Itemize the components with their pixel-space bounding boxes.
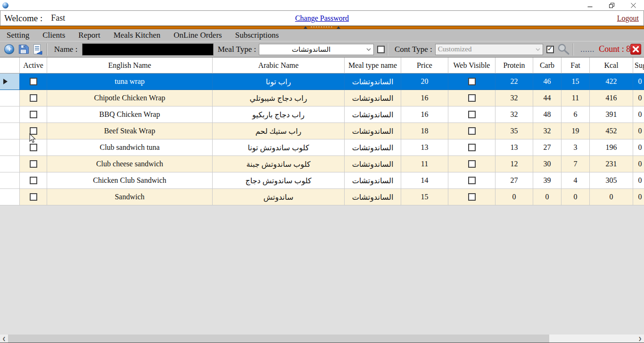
row-header-cell[interactable] [0, 189, 20, 205]
cell-kcal[interactable]: 231 [590, 156, 633, 172]
cell-active[interactable] [20, 106, 47, 123]
active-checkbox[interactable] [30, 177, 37, 184]
cell-kcal[interactable]: 305 [590, 172, 633, 189]
menu-item-setting[interactable]: Setting [0, 29, 36, 41]
search-button[interactable] [557, 42, 571, 57]
cell-fat[interactable]: 6 [561, 106, 590, 123]
cell-english[interactable]: BBQ Chicken Wrap [47, 106, 213, 123]
web-visible-checkbox[interactable] [468, 111, 476, 118]
cell-meal-type[interactable]: الساندوتشات [345, 189, 401, 205]
cell-arabic[interactable]: راب ستيك لحم [213, 123, 345, 139]
save-button[interactable] [17, 42, 31, 57]
column-header-active[interactable]: Active [20, 57, 47, 74]
cell-web-visible[interactable] [448, 74, 495, 90]
cell-price[interactable]: 11 [401, 156, 448, 172]
active-checkbox[interactable] [30, 111, 37, 118]
cell-meal-type[interactable]: الساندوتشات [345, 156, 401, 172]
cell-web-visible[interactable] [448, 90, 495, 106]
cell-web-visible[interactable] [448, 106, 495, 123]
table-row[interactable]: BBQ Chicken Wrapراب دجاج باربكيوالساندوت… [0, 106, 644, 123]
table-row[interactable]: Club cheese sandwichكلوب ساندوتش جبنةالس… [0, 156, 644, 172]
cell-web-visible[interactable] [448, 189, 495, 205]
cell-active[interactable] [20, 90, 47, 106]
cell-active[interactable] [20, 172, 47, 189]
column-header-protein[interactable]: Protein [495, 57, 533, 74]
cell-price[interactable]: 20 [401, 74, 448, 90]
column-header-english-name[interactable]: English Name [47, 57, 213, 74]
cell-price[interactable]: 16 [401, 90, 448, 106]
minimize-button[interactable] [579, 0, 601, 10]
cell-carb[interactable]: 27 [533, 139, 561, 156]
table-row[interactable]: tuna wrapراب توناالساندوتشات202246154220 [0, 74, 644, 90]
cell-meal-type[interactable]: الساندوتشات [345, 172, 401, 189]
cell-sug[interactable]: 0 [633, 172, 644, 189]
clear-filter-button[interactable] [630, 44, 641, 55]
table-row[interactable]: Chicken Club Sandwichكلوب ساندوتش دجاجال… [0, 172, 644, 189]
cell-fat[interactable]: 19 [561, 123, 590, 139]
scrollbar-thumb[interactable] [8, 335, 549, 343]
menu-item-clients[interactable]: Clients [36, 29, 72, 41]
cell-sug[interactable]: 0 [633, 90, 644, 106]
active-checkbox[interactable] [30, 127, 37, 135]
cell-kcal[interactable]: 416 [590, 90, 633, 106]
cell-english[interactable]: Club sandwich tuna [47, 139, 213, 156]
table-corner-cell[interactable] [0, 57, 20, 74]
table-row[interactable]: Chipotle Chicken Wrapراب دجاج شيبوتليالس… [0, 90, 644, 106]
row-header-cell[interactable] [0, 74, 20, 90]
menu-item-subscriptions[interactable]: Subscriptions [229, 29, 286, 41]
cell-arabic[interactable]: كلوب ساندوتش دجاج [213, 172, 345, 189]
cell-sug[interactable]: 0 [633, 139, 644, 156]
column-header-meal-type-name[interactable]: Meal type name [345, 57, 401, 74]
cell-carb[interactable]: 44 [533, 90, 561, 106]
cell-web-visible[interactable] [448, 139, 495, 156]
web-visible-checkbox[interactable] [468, 193, 476, 201]
meal-type-checkbox[interactable] [377, 46, 385, 53]
cell-carb[interactable]: 30 [533, 156, 561, 172]
cell-meal-type[interactable]: الساندوتشات [345, 106, 401, 123]
cell-price[interactable]: 14 [401, 172, 448, 189]
cell-english[interactable]: Sandwich [47, 189, 213, 205]
cell-kcal[interactable]: 452 [590, 123, 633, 139]
cell-fat[interactable]: 4 [561, 172, 590, 189]
web-visible-checkbox[interactable] [468, 177, 476, 184]
cell-protein[interactable]: 13 [495, 139, 533, 156]
cell-fat[interactable]: 7 [561, 156, 590, 172]
row-header-cell[interactable] [0, 123, 20, 139]
cell-protein[interactable]: 32 [495, 106, 533, 123]
cell-english[interactable]: tuna wrap [47, 74, 213, 90]
cell-active[interactable] [20, 139, 47, 156]
cell-protein[interactable]: 35 [495, 123, 533, 139]
column-header-arabic-name[interactable]: Arabic Name [213, 57, 345, 74]
menu-item-online-orders[interactable]: OnLine Orders [167, 29, 228, 41]
row-header-cell[interactable] [0, 139, 20, 156]
cell-sug[interactable]: 0 [633, 106, 644, 123]
cell-protein[interactable]: 32 [495, 90, 533, 106]
row-header-cell[interactable] [0, 156, 20, 172]
column-header-price[interactable]: Price [401, 57, 448, 74]
cell-fat[interactable]: 15 [561, 74, 590, 90]
row-header-cell[interactable] [0, 106, 20, 123]
close-button[interactable] [622, 0, 644, 10]
web-visible-checkbox[interactable] [468, 127, 476, 135]
menu-item-meals-kitchen[interactable]: Meals Kitchen [107, 29, 167, 41]
cell-arabic[interactable]: راب تونا [213, 74, 345, 90]
web-visible-checkbox[interactable] [468, 160, 476, 168]
restore-button[interactable] [601, 0, 622, 10]
row-header-cell[interactable] [0, 172, 20, 189]
column-header-carb[interactable]: Carb [533, 57, 561, 74]
active-checkbox[interactable] [30, 160, 37, 168]
table-row[interactable]: Beef Steak Wrapراب ستيك لحمالساندوتشات18… [0, 123, 644, 139]
cell-kcal[interactable]: 391 [590, 106, 633, 123]
column-header-web-visible[interactable]: Web Visible [448, 57, 495, 74]
splitter-bar[interactable]: ········· [0, 26, 644, 29]
cell-meal-type[interactable]: الساندوتشات [345, 123, 401, 139]
cont-type-checkbox[interactable] [546, 46, 554, 53]
cell-protein[interactable]: 12 [495, 156, 533, 172]
active-checkbox[interactable] [30, 78, 37, 85]
cell-sug[interactable]: 0 [633, 74, 644, 90]
cell-carb[interactable]: 48 [533, 106, 561, 123]
cell-sug[interactable]: 0 [633, 156, 644, 172]
active-checkbox[interactable] [30, 193, 37, 201]
cell-carb[interactable]: 46 [533, 74, 561, 90]
cell-arabic[interactable]: كلوب ساندوتش تونا [213, 139, 345, 156]
